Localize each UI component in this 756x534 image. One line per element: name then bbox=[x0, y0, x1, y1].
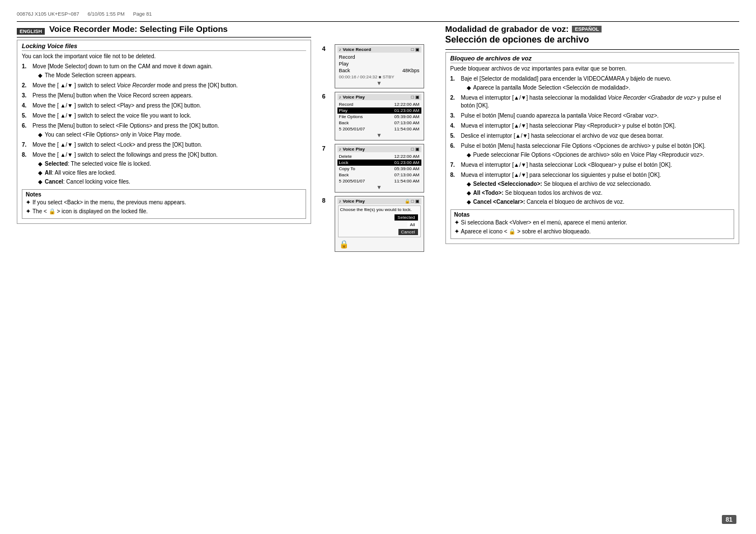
arrow-down-4: ▼ bbox=[337, 80, 421, 86]
r-step-num-1: 1. bbox=[450, 75, 459, 92]
r-step-num-6: 6. bbox=[450, 142, 459, 159]
step-1-sub: ◆ The Mode Selection screen appears. bbox=[38, 72, 306, 79]
kbps-label: 48Kbps bbox=[402, 68, 420, 73]
step-num-5: 5. bbox=[22, 112, 31, 120]
voice-icon: ♪ bbox=[339, 95, 341, 100]
step-2-text: Move the [ ▲/▼ ] switch to select Voice … bbox=[32, 82, 238, 88]
right-intro: Puede bloquear archivos de voz important… bbox=[450, 65, 735, 72]
screen-4-header: ♪ Voice Record □ ▣ bbox=[337, 46, 421, 53]
bullet-icon: ◆ bbox=[467, 180, 471, 188]
right-step-6: 6. Pulse el botón [Menu] hasta seleccion… bbox=[450, 142, 735, 159]
file5-item-7: 5 2005/01/0711:54:00 AM bbox=[337, 178, 421, 184]
left-step-8: 8. Move the [ ▲/▼ ] switch to select the… bbox=[22, 151, 306, 186]
bullet-icon: ◆ bbox=[38, 131, 43, 139]
left-steps: 1. Move [Mode Selector] down to turn on … bbox=[22, 63, 306, 186]
r-step-8-sub-cancel: ◆ Cancel <Cancelar>: Cancela el bloqueo … bbox=[467, 198, 735, 206]
r-step-6-sub: ◆ Puede seleccionar File Options <Opcion… bbox=[467, 151, 735, 159]
right-main-title-1: Modalidad de grabador de voz: bbox=[445, 24, 569, 34]
page-container: 00876J X105 UK+ESP~087 6/10/05 1:55 PM P… bbox=[0, 0, 756, 534]
left-note-1: ✦ If you select <Back> in the menu, the … bbox=[26, 199, 302, 207]
step-8-text: Move the [ ▲/▼ ] switch to select the fo… bbox=[32, 152, 218, 158]
r-step-num-5: 5. bbox=[450, 132, 459, 140]
right-step-3: 3. Pulse el botón [Menu] cuando aparezca… bbox=[450, 112, 735, 120]
r-step-num-3: 3. bbox=[450, 112, 459, 120]
left-notes-box: Notes ✦ If you select <Back> in the menu… bbox=[22, 189, 306, 219]
left-column: ENGLISH Voice Recorder Mode: Selecting F… bbox=[17, 24, 311, 252]
back-time: Back07:13:00 AM bbox=[337, 120, 421, 126]
right-step-8: 8. Mueva el interruptor [▲/▼] para selec… bbox=[450, 171, 735, 206]
r-step-4-text: Mueva el interruptor [▲/▼] hasta selecci… bbox=[461, 123, 676, 129]
r-step-1-sub: ◆ Aparece la pantalla Mode Selection <Se… bbox=[467, 84, 735, 92]
step-num-4: 4. bbox=[22, 102, 31, 110]
left-intro: You can lock the important voice file no… bbox=[22, 53, 306, 59]
left-note-2: ✦ The < 🔒 > icon is displayed on the loc… bbox=[26, 208, 302, 216]
record-time: Record12:22:00 AM bbox=[337, 101, 421, 107]
r-step-num-7: 7. bbox=[450, 161, 459, 169]
r-step-num-2: 2. bbox=[450, 94, 459, 110]
balloon: Choose the file(s) you would to lock. Se… bbox=[338, 205, 421, 237]
step-num-3: 3. bbox=[22, 92, 31, 100]
all-option: All bbox=[407, 222, 418, 228]
step-8-sub-all: ◆ All: All voice files are locked. bbox=[38, 169, 306, 177]
screen-7-num: 7 bbox=[322, 145, 331, 152]
screen-7: ♪ Voice Play □ ▣ Delete12:22:00 AM Lock0… bbox=[335, 144, 424, 193]
right-header: Modalidad de grabador de voz: ESPAÑOL Se… bbox=[445, 24, 740, 47]
doc-page-ref: Page 81 bbox=[133, 11, 152, 17]
screen-8-row: 8 ♪ Voice Play 🔒 □ ▣ bbox=[322, 196, 434, 252]
left-step-3: 3. Press the [Menu] button when the Voic… bbox=[22, 92, 306, 100]
left-step-7: 7. Move the [ ▲/▼ ] switch to select <Lo… bbox=[22, 141, 306, 149]
delete-item: Delete12:22:00 AM bbox=[337, 153, 421, 160]
screen-6-num: 6 bbox=[322, 93, 331, 100]
top-divider bbox=[17, 21, 739, 22]
cross-icon: ✦ bbox=[454, 228, 459, 236]
step-num-6: 6. bbox=[22, 122, 31, 139]
copyto-item: Copy To05:39:00 AM bbox=[337, 166, 421, 172]
left-notes-title: Notes bbox=[26, 191, 302, 198]
right-section-box: Bloqueo de archivos de voz Puede bloquea… bbox=[445, 52, 740, 244]
r-step-5-text: Deslice el interruptor [▲/▼] hasta selec… bbox=[461, 133, 664, 139]
voice-icon: ♪ bbox=[339, 47, 341, 52]
r-step-6-text: Pulse el botón [Menu] hasta seleccionar … bbox=[461, 143, 706, 149]
left-section-box: Locking Voice files You can lock the imp… bbox=[17, 40, 311, 224]
screen-icon-1: □ bbox=[411, 147, 414, 152]
r-step-num-8: 8. bbox=[450, 171, 459, 206]
right-main-title-2: Selección de opciones de archivo bbox=[445, 35, 740, 45]
screen-8-header: ♪ Voice Play 🔒 □ ▣ bbox=[337, 198, 421, 204]
step-num-8: 8. bbox=[22, 151, 31, 186]
left-step-6: 6. Press the [Menu] button to select <Fi… bbox=[22, 122, 306, 139]
screen-7-header: ♪ Voice Play □ ▣ bbox=[337, 146, 421, 152]
right-column: Modalidad de grabador de voz: ESPAÑOL Se… bbox=[445, 24, 740, 252]
bullet-icon: ◆ bbox=[467, 189, 471, 197]
right-note-2: ✦ Aparece el icono < 🔒 > sobre el archiv… bbox=[454, 228, 731, 236]
step-4-text: Move the [ ▲/▼ ] switch to select <Play>… bbox=[32, 102, 201, 109]
screen-6: ♪ Voice Play □ ▣ Record12:22:00 AM Play0… bbox=[335, 92, 424, 140]
screen-4: ♪ Voice Record □ ▣ Record Play Back 48Kb… bbox=[335, 44, 424, 88]
bullet-icon: ◆ bbox=[467, 151, 471, 159]
bullet-icon: ◆ bbox=[467, 84, 471, 92]
left-step-1: 1. Move [Mode Selector] down to turn on … bbox=[22, 63, 306, 79]
right-step-5: 5. Deslice el interruptor [▲/▼] hasta se… bbox=[450, 132, 735, 140]
r-step-2-text: Mueva el interruptor [▲/▼] hasta selecci… bbox=[461, 95, 721, 109]
play-time: Play01:23:00 AM bbox=[337, 107, 421, 114]
step-num-1: 1. bbox=[22, 63, 31, 79]
bullet-icon: ◆ bbox=[467, 198, 471, 206]
screen-7-row: 7 ♪ Voice Play □ ▣ Delete12:22:00 AM Loc… bbox=[322, 144, 434, 193]
file5-time: 5 2005/01/0711:54:00 AM bbox=[337, 126, 421, 132]
screen-8-num: 8 bbox=[322, 197, 331, 204]
left-title-divider bbox=[17, 37, 311, 38]
arrow-down-6: ▼ bbox=[337, 132, 421, 138]
cross-icon: ✦ bbox=[454, 219, 459, 227]
doc-meta: 00876J X105 UK+ESP~087 6/10/05 1:55 PM P… bbox=[17, 11, 739, 17]
bullet-icon: ◆ bbox=[38, 160, 43, 168]
screen-4-row: 4 ♪ Voice Record □ ▣ Record Play bbox=[322, 44, 434, 88]
screen-6-header: ♪ Voice Play □ ▣ bbox=[337, 94, 421, 100]
right-title-row1: Modalidad de grabador de voz: ESPAÑOL bbox=[445, 24, 740, 34]
voice-icon: ♪ bbox=[339, 147, 341, 152]
step-6-sub-text: You can select <File Options> only in Vo… bbox=[45, 131, 181, 139]
lock-icon-display: 🔒 bbox=[339, 240, 349, 249]
screen-6-row: 6 ♪ Voice Play □ ▣ Record12:22:00 AM Pla… bbox=[322, 92, 434, 140]
right-notes-box: Notas ✦ Si selecciona Back <Volver> en e… bbox=[450, 209, 735, 239]
back-item: Back bbox=[339, 68, 350, 73]
left-main-title: Voice Recorder Mode: Selecting File Opti… bbox=[49, 24, 228, 34]
page-number: 81 bbox=[722, 515, 736, 524]
